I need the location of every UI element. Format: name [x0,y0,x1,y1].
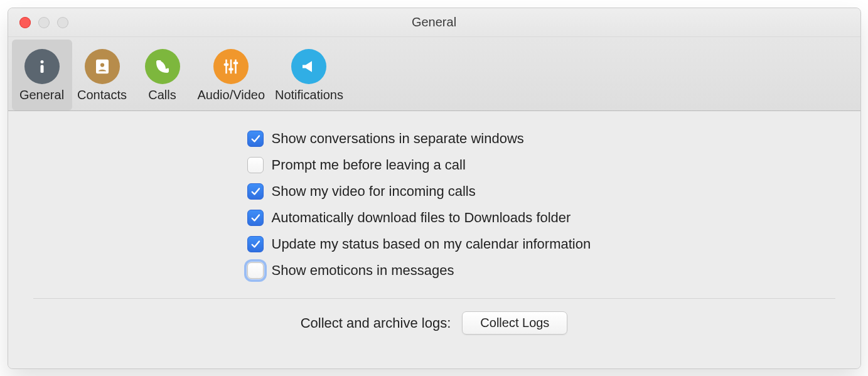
logs-row: Collect and archive logs: Collect Logs [33,311,835,335]
setting-label: Update my status based on my calendar in… [272,236,591,252]
setting-label: Prompt me before leaving a call [272,157,466,173]
phone-icon [145,49,180,84]
tab-label: General [19,88,64,102]
setting-label: Automatically download files to Download… [272,210,571,226]
tab-label: Notifications [275,88,343,102]
svg-rect-1 [40,65,43,73]
tab-contacts[interactable]: Contacts [72,40,132,110]
tab-notifications[interactable]: Notifications [270,40,348,110]
general-pane: Show conversations in separate windows P… [8,111,860,368]
setting-label: Show my video for incoming calls [272,183,476,200]
setting-prompt-leave-call[interactable]: Prompt me before leaving a call [247,156,835,174]
settings-list: Show conversations in separate windows P… [247,130,835,279]
svg-rect-7 [224,63,229,66]
svg-rect-5 [230,60,232,74]
window-title: General [8,15,860,30]
setting-calendar-status[interactable]: Update my status based on my calendar in… [247,235,835,253]
titlebar: General [8,8,860,37]
svg-point-0 [40,60,43,63]
svg-point-3 [100,63,104,67]
checkbox[interactable] [247,262,264,279]
setting-label: Show emoticons in messages [272,262,454,279]
zoom-button[interactable] [57,17,68,28]
megaphone-icon [291,49,326,84]
tab-calls[interactable]: Calls [132,40,193,110]
setting-separate-windows[interactable]: Show conversations in separate windows [247,130,835,148]
tab-label: Calls [148,88,176,102]
checkbox[interactable] [247,209,264,227]
traffic-lights [19,17,68,28]
svg-rect-4 [226,60,228,74]
svg-rect-9 [233,62,238,65]
divider [33,298,835,299]
sliders-icon [213,49,249,84]
collect-logs-button[interactable]: Collect Logs [462,311,567,335]
setting-auto-download[interactable]: Automatically download files to Download… [247,209,835,227]
tab-audio-video[interactable]: Audio/Video [193,40,271,110]
checkbox[interactable] [247,156,264,174]
svg-rect-8 [229,68,234,71]
logs-label: Collect and archive logs: [301,315,451,331]
checkbox[interactable] [247,235,264,253]
checkbox[interactable] [247,183,264,200]
tab-label: Audio/Video [198,88,265,102]
preferences-toolbar: General Contacts Calls Audio/Video Notif [8,37,860,111]
close-button[interactable] [19,17,31,28]
setting-show-my-video[interactable]: Show my video for incoming calls [247,183,835,200]
preferences-window: General General Contacts Calls Audi [8,8,861,369]
tab-label: Contacts [77,88,127,102]
tab-general[interactable]: General [12,40,72,110]
checkbox[interactable] [247,130,264,148]
svg-rect-6 [235,60,237,74]
setting-label: Show conversations in separate windows [272,131,524,147]
info-icon [24,49,60,84]
minimize-button[interactable] [38,17,50,28]
contacts-icon [85,49,120,84]
setting-emoticons[interactable]: Show emoticons in messages [247,262,835,279]
